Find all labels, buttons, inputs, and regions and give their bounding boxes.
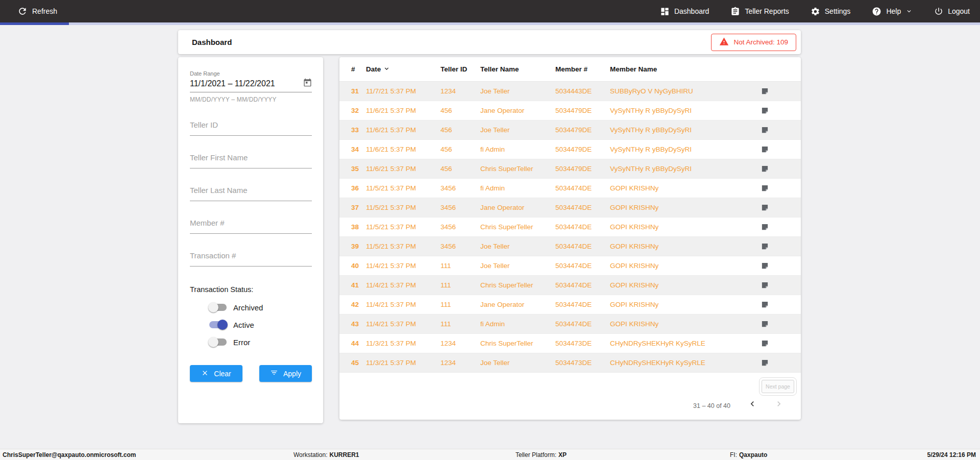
filter-panel: Date Range 11/1/2021 – 11/22/2021 MM/DD/… [178, 57, 323, 423]
note-icon[interactable] [761, 301, 769, 308]
active-switch[interactable] [209, 321, 227, 328]
cell-teller-name: fi Admin [480, 320, 555, 328]
cell-teller-id: 1234 [440, 340, 480, 347]
table-row[interactable]: 41 11/4/21 5:37 PM 111 Chris SuperTeller… [339, 276, 801, 295]
table-row[interactable]: 40 11/4/21 5:37 PM 111 Joe Teller 503447… [339, 256, 801, 276]
cell-row-number: 41 [351, 281, 366, 289]
note-icon[interactable] [761, 126, 769, 134]
cell-teller-id: 3456 [440, 184, 480, 192]
note-icon[interactable] [761, 359, 769, 367]
note-icon[interactable] [761, 204, 769, 211]
cell-member-number: 5034479DE [555, 146, 610, 153]
note-icon[interactable] [761, 165, 769, 173]
col-header-member-name[interactable]: Member Name [610, 65, 761, 73]
error-switch[interactable] [209, 338, 227, 346]
note-icon[interactable] [761, 223, 769, 231]
cell-member-name: GOPI KRISHNy [610, 281, 761, 289]
col-header-teller-id[interactable]: Teller ID [440, 65, 480, 73]
cell-teller-name: Jane Operator [480, 107, 555, 114]
note-icon[interactable] [761, 262, 769, 270]
cell-date: 11/4/21 5:37 PM [366, 281, 440, 289]
cell-member-name: GOPI KRISHNy [610, 204, 761, 211]
cell-member-number: 5034474DE [555, 281, 610, 289]
note-icon[interactable] [761, 146, 769, 153]
col-header-number[interactable]: # [351, 65, 366, 73]
table-row[interactable]: 34 11/6/21 5:37 PM 456 fi Admin 5034479D… [339, 140, 801, 159]
cell-member-number: 5034443DE [555, 87, 610, 95]
cell-teller-id: 3456 [440, 204, 480, 211]
clear-button[interactable]: Clear [190, 365, 242, 382]
note-icon[interactable] [761, 184, 769, 192]
cell-date: 11/7/21 5:37 PM [366, 87, 440, 95]
teller-first-name-input[interactable] [190, 153, 312, 168]
cell-row-number: 44 [351, 340, 366, 347]
apply-button[interactable]: Apply [259, 365, 312, 382]
note-icon[interactable] [761, 243, 769, 250]
cell-teller-id: 456 [440, 126, 480, 134]
next-page-chevron-icon[interactable] [773, 398, 785, 409]
nav-item-label: Dashboard [674, 7, 709, 15]
note-icon[interactable] [761, 340, 769, 347]
cell-teller-name: Jane Operator [480, 204, 555, 211]
note-icon[interactable] [761, 281, 769, 289]
toggle-archived[interactable]: Archived [190, 299, 312, 316]
refresh-button[interactable]: Refresh [17, 6, 57, 16]
nav-item-settings[interactable]: Settings [811, 7, 851, 16]
nav-item-label: Logout [948, 7, 970, 15]
nav-item-logout[interactable]: Logout [934, 7, 970, 16]
nav-item-help[interactable]: Help [872, 7, 913, 16]
table-row[interactable]: 45 11/3/21 5:37 PM 1234 Joe Teller 50344… [339, 353, 801, 373]
cell-member-number: 5034473DE [555, 340, 610, 347]
col-header-date[interactable]: Date [366, 65, 440, 74]
table-row[interactable]: 39 11/5/21 5:37 PM 3456 Joe Teller 50344… [339, 237, 801, 256]
table-row[interactable]: 44 11/3/21 5:37 PM 1234 Chris SuperTelle… [339, 334, 801, 353]
nav-item-teller-reports[interactable]: Teller Reports [730, 7, 789, 16]
date-range-field[interactable]: 11/1/2021 – 11/22/2021 [190, 78, 312, 92]
member-number-input[interactable] [190, 219, 312, 234]
not-archived-badge[interactable]: Not Archived: 109 [711, 34, 796, 51]
cell-member-number: 5034479DE [555, 107, 610, 114]
table-row[interactable]: 33 11/6/21 5:37 PM 456 Joe Teller 503447… [339, 120, 801, 140]
cell-teller-id: 1234 [440, 87, 480, 95]
workstation-info: Workstation:KURRER1 [293, 451, 359, 458]
table-row[interactable]: 35 11/6/21 5:37 PM 456 Chris SuperTeller… [339, 159, 801, 179]
nav-item-dashboard[interactable]: Dashboard [660, 7, 709, 16]
calendar-icon[interactable] [303, 78, 312, 89]
table-header-row: # Date Teller ID Teller Name Member # Me… [339, 57, 801, 82]
note-icon[interactable] [761, 87, 769, 95]
table-row[interactable]: 36 11/5/21 5:37 PM 3456 fi Admin 5034474… [339, 179, 801, 198]
cell-row-number: 39 [351, 243, 366, 250]
table-row[interactable]: 42 11/4/21 5:37 PM 111 Jane Operator 503… [339, 295, 801, 314]
table-row[interactable]: 37 11/5/21 5:37 PM 3456 Jane Operator 50… [339, 198, 801, 217]
cell-teller-name: fi Admin [480, 146, 555, 153]
next-page-button[interactable]: Next page [762, 380, 794, 393]
cell-teller-id: 111 [440, 320, 480, 328]
table-row[interactable]: 31 11/7/21 5:37 PM 1234 Joe Teller 50344… [339, 82, 801, 101]
cell-teller-name: Chris SuperTeller [480, 165, 555, 173]
transactions-table-card: # Date Teller ID Teller Name Member # Me… [339, 57, 801, 420]
nav-item-label: Teller Reports [745, 7, 789, 15]
cell-member-number: 5034474DE [555, 184, 610, 192]
toggle-error[interactable]: Error [190, 333, 312, 351]
cell-teller-id: 111 [440, 281, 480, 289]
cell-teller-name: Chris SuperTeller [480, 223, 555, 231]
col-header-teller-name[interactable]: Teller Name [480, 65, 555, 73]
teller-last-name-input[interactable] [190, 186, 312, 201]
cell-member-name: VySyNTHy R yBByDySyRI [610, 107, 761, 114]
teller-platform-info: Teller Platform:XP [516, 451, 567, 458]
table-row[interactable]: 32 11/6/21 5:37 PM 456 Jane Operator 503… [339, 101, 801, 120]
teller-id-input[interactable] [190, 120, 312, 136]
toggle-archived-label: Archived [233, 303, 263, 312]
archived-switch[interactable] [209, 304, 227, 311]
cell-member-name: GOPI KRISHNy [610, 301, 761, 308]
col-header-member-number[interactable]: Member # [555, 65, 610, 73]
status-bar: ChrisSuperTeller@qaxpauto.onmicrosoft.co… [0, 449, 980, 460]
previous-page-chevron-icon[interactable] [747, 398, 758, 409]
note-icon[interactable] [761, 320, 769, 328]
toggle-active[interactable]: Active [190, 316, 312, 333]
table-row[interactable]: 43 11/4/21 5:37 PM 111 fi Admin 5034474D… [339, 314, 801, 334]
transaction-number-input[interactable] [190, 251, 312, 267]
cell-date: 11/6/21 5:37 PM [366, 126, 440, 134]
table-row[interactable]: 38 11/5/21 5:37 PM 3456 Chris SuperTelle… [339, 217, 801, 237]
note-icon[interactable] [761, 107, 769, 114]
